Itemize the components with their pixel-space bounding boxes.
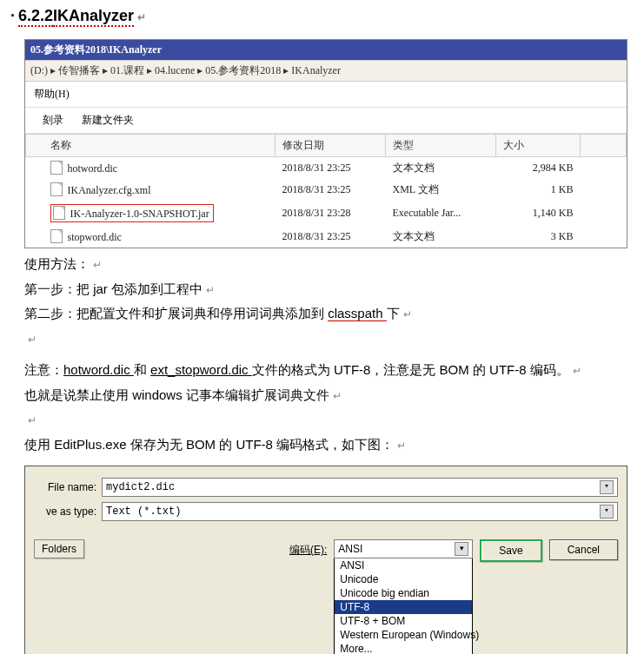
underlined-word: classpath (328, 306, 387, 321)
cancel-button[interactable]: Cancel (549, 539, 618, 560)
text-line: 第一步：把 jar 包添加到工程中 (24, 281, 202, 296)
text-line: 使用方法： (24, 256, 90, 271)
file-date: 2018/8/31 23:25 (276, 157, 386, 180)
file-size: 1,140 KB (496, 201, 581, 226)
save-as-dialog: File name: mydict2.dic ▾ ve as type: Tex… (24, 466, 627, 654)
file-name: stopword.dic (68, 231, 122, 243)
dropdown-arrow-icon[interactable]: ▾ (600, 505, 614, 519)
file-icon (50, 229, 63, 243)
file-icon (53, 206, 65, 220)
save-as-type-label: ve as type: (34, 505, 102, 518)
save-as-type-row: ve as type: Text (*.txt) ▾ (25, 499, 627, 524)
new-folder-button[interactable]: 新建文件夹 (82, 114, 134, 126)
encoding-option[interactable]: UTF-8 (335, 600, 472, 614)
file-icon (50, 182, 63, 196)
file-icon (50, 161, 63, 175)
instructions-block-1: 使用方法：↵ 第一步：把 jar 包添加到工程中↵ 第二步：把配置文件和扩展词典… (0, 248, 644, 354)
save-as-type-value: Text (*.txt) (106, 505, 181, 518)
help-menu[interactable]: 帮助(H) (34, 88, 70, 100)
underlined-word: hotword.dic (63, 362, 134, 377)
burn-button[interactable]: 刻录 (43, 114, 63, 126)
text-line: 使用 EditPlus.exe 保存为无 BOM 的 UTF-8 编码格式，如下… (24, 437, 394, 452)
column-size[interactable]: 大小 (496, 135, 581, 157)
paragraph-mark-icon: ↵ (333, 390, 342, 402)
column-spacer (581, 135, 627, 157)
encoding-value: ANSI (338, 543, 362, 555)
paragraph-mark-icon: ↵ (206, 284, 215, 296)
encoding-option[interactable]: Western European (Windows) (335, 628, 472, 642)
table-row[interactable]: stopword.dic2018/8/31 23:25文本文档3 KB (26, 226, 627, 248)
file-list-table: 名称 修改日期 类型 大小 hotword.dic2018/8/31 23:25… (25, 134, 627, 248)
file-type: 文本文档 (386, 157, 496, 180)
menu-bar: 帮助(H) (25, 82, 627, 108)
table-row[interactable]: IK-Analyzer-1.0-SNAPSHOT.jar2018/8/31 23… (26, 201, 627, 226)
encoding-option[interactable]: Unicode big endian (335, 586, 472, 600)
encoding-option[interactable]: UTF-8 + BOM (335, 614, 472, 628)
file-type: Executable Jar... (386, 201, 496, 226)
toolbar: 刻录 新建文件夹 (25, 108, 627, 134)
paragraph-mark-icon: ↵ (28, 414, 37, 426)
file-name: IK-Analyzer-1.0-SNAPSHOT.jar (70, 208, 209, 220)
encoding-select[interactable]: ANSI ▾ (334, 539, 473, 558)
filename-input[interactable]: mydict2.dic ▾ (102, 478, 618, 497)
file-size: 3 KB (496, 226, 581, 248)
encoding-option[interactable]: Unicode (335, 572, 472, 586)
file-explorer-window: 05.参考资料2018\IKAnalyzer (D:) ▸ 传智播客 ▸ 01.… (24, 39, 627, 248)
file-date: 2018/8/31 23:25 (276, 226, 386, 248)
file-date: 2018/8/31 23:25 (276, 179, 386, 201)
save-button[interactable]: Save (480, 539, 541, 562)
encoding-label: 编码(E): (289, 539, 327, 558)
paragraph-mark-icon: ↵ (573, 365, 581, 377)
text-line: 注意： (24, 362, 63, 377)
filename-row: File name: mydict2.dic ▾ (25, 475, 627, 499)
file-size: 2,984 KB (496, 157, 581, 180)
text-line: 下 (387, 306, 400, 320)
paragraph-mark-icon: ↵ (28, 334, 37, 346)
file-date: 2018/8/31 23:28 (276, 201, 386, 226)
section-heading: ·6.2.2IKAnalyzer↵ (0, 0, 644, 30)
file-list-header: 名称 修改日期 类型 大小 (26, 135, 627, 157)
paragraph-mark-icon: ↵ (137, 11, 146, 23)
instructions-block-2: 注意：hotword.dic 和 ext_stopword.dic 文件的格式为… (0, 354, 644, 460)
file-size: 1 KB (496, 179, 581, 201)
file-type: XML 文档 (386, 179, 496, 201)
underlined-word: ext_stopword.dic (150, 362, 252, 377)
paragraph-mark-icon: ↵ (397, 439, 406, 452)
save-as-type-select[interactable]: Text (*.txt) ▾ (102, 502, 618, 521)
address-bar[interactable]: (D:) ▸ 传智播客 ▸ 01.课程 ▸ 04.lucene ▸ 05.参考资… (25, 60, 627, 82)
filename-label: File name: (34, 481, 102, 493)
file-name: IKAnalyzer.cfg.xml (68, 184, 151, 196)
encoding-area: 编码(E): ANSI ▾ ANSIUnicodeUnicode big end… (289, 539, 618, 654)
table-row[interactable]: IKAnalyzer.cfg.xml2018/8/31 23:25XML 文档1… (26, 179, 627, 201)
file-name: hotword.dic (68, 162, 118, 175)
column-type[interactable]: 类型 (386, 135, 496, 157)
column-date[interactable]: 修改日期 (276, 135, 386, 157)
section-title: IKAnalyzer (53, 7, 134, 27)
dialog-controls-row: Folders 编码(E): ANSI ▾ ANSIUnicodeUnicode… (25, 524, 627, 654)
text-line: 文件的格式为 UTF-8，注意是无 BOM 的 UTF-8 编码。 (252, 362, 569, 377)
paragraph-mark-icon: ↵ (403, 308, 412, 320)
dropdown-arrow-icon[interactable]: ▾ (455, 542, 468, 556)
table-row[interactable]: hotword.dic2018/8/31 23:25文本文档2,984 KB (26, 157, 627, 180)
encoding-option[interactable]: ANSI (335, 558, 472, 572)
folders-button[interactable]: Folders (34, 539, 84, 558)
encoding-dropdown-list: ANSIUnicodeUnicode big endianUTF-8UTF-8 … (334, 558, 473, 654)
filename-value: mydict2.dic (106, 481, 175, 493)
text-line: 和 (134, 362, 150, 377)
encoding-column: ANSI ▾ ANSIUnicodeUnicode big endianUTF-… (334, 539, 473, 654)
text-line: 第二步：把配置文件和扩展词典和停用词词典添加到 (24, 306, 328, 320)
dropdown-arrow-icon[interactable]: ▾ (600, 480, 614, 494)
column-name[interactable]: 名称 (26, 135, 276, 157)
file-type: 文本文档 (386, 226, 496, 248)
bullet: · (10, 7, 15, 24)
paragraph-mark-icon: ↵ (93, 259, 102, 271)
encoding-option[interactable]: More... (335, 642, 472, 654)
window-title-bar: 05.参考资料2018\IKAnalyzer (25, 40, 627, 60)
text-line: 也就是说禁止使用 windows 记事本编辑扩展词典文件 (24, 387, 329, 402)
section-number: 6.2.2 (18, 7, 53, 27)
